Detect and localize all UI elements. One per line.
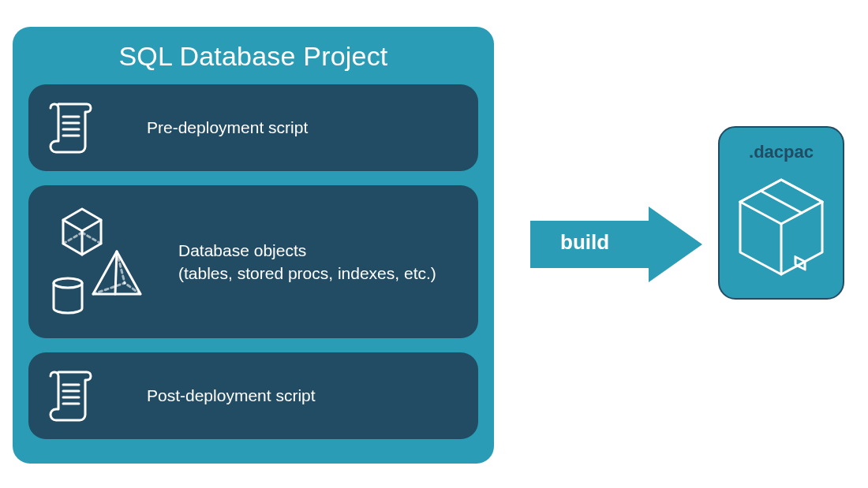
project-title: SQL Database Project <box>28 41 478 72</box>
pre-deployment-row: Pre-deployment script <box>28 84 478 171</box>
svg-marker-18 <box>530 207 702 282</box>
dacpac-label: .dacpac <box>749 142 814 162</box>
pre-deployment-label: Pre-deployment script <box>147 116 308 139</box>
svg-point-13 <box>54 278 82 288</box>
svg-line-6 <box>63 233 82 244</box>
svg-line-9 <box>115 251 117 294</box>
database-objects-icon <box>28 203 178 321</box>
svg-line-7 <box>82 233 101 244</box>
dacpac-output: .dacpac <box>718 126 844 300</box>
database-objects-line1: Database objects <box>178 241 306 259</box>
database-objects-line2: (tables, stored procs, indexes, etc.) <box>178 264 436 282</box>
build-arrow: build <box>530 207 702 282</box>
database-objects-label: Database objects (tables, stored procs, … <box>178 239 436 285</box>
script-icon <box>28 99 147 156</box>
svg-marker-4 <box>63 209 101 231</box>
database-objects-row: Database objects (tables, stored procs, … <box>28 185 478 338</box>
build-arrow-label: build <box>560 230 609 255</box>
svg-line-21 <box>761 191 802 213</box>
diagram-canvas: SQL Database Project Pre-deployment scri… <box>0 0 868 488</box>
sql-project-container: SQL Database Project Pre-deployment scri… <box>13 27 494 464</box>
package-box-icon <box>734 173 829 284</box>
script-icon <box>28 367 147 424</box>
post-deployment-row: Post-deployment script <box>28 352 478 439</box>
post-deployment-label: Post-deployment script <box>147 384 316 407</box>
